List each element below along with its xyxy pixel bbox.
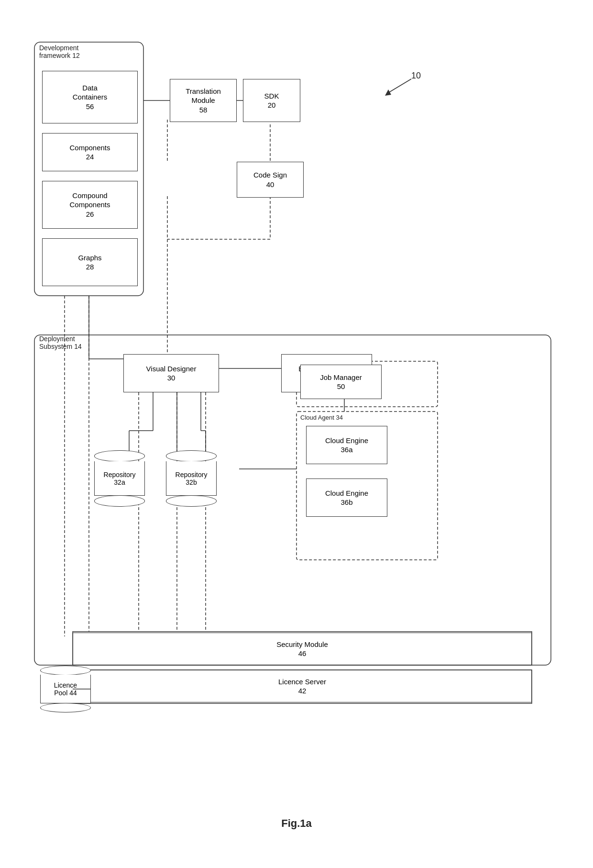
ref-10-arrow [378, 74, 421, 98]
security-module-box: Security Module 46 [73, 633, 532, 665]
visual-designer-label: Visual Designer 30 [146, 364, 197, 383]
licence-pool-label: Licence Pool 44 [54, 681, 77, 697]
repository-32b-label: Repository 32b [176, 471, 208, 486]
components-box: Components 24 [42, 133, 138, 171]
repository-32a-cylinder: Repository 32a [93, 450, 146, 507]
graphs-label: Graphs 28 [78, 253, 101, 272]
graphs-box: Graphs 28 [42, 238, 138, 286]
fig-label: Fig.1a [281, 817, 312, 830]
sdk-label: SDK 20 [264, 91, 279, 110]
deployment-subsystem-label: DeploymentSubsystem 14 [39, 335, 82, 350]
cloud-engine-36a-label: Cloud Engine 36a [325, 436, 368, 455]
compound-components-box: Compound Components 26 [42, 181, 138, 229]
repository-32b-cylinder: Repository 32b [165, 450, 218, 507]
compound-components-label: Compound Components 26 [69, 191, 110, 219]
sdk-box: SDK 20 [243, 79, 300, 122]
code-sign-box: Code Sign 40 [237, 162, 304, 198]
cloud-engine-36a-box: Cloud Engine 36a [306, 426, 387, 464]
diagram-lines [0, 0, 593, 868]
data-containers-label: Data Containers 56 [73, 83, 108, 111]
translation-module-box: Translation Module 58 [170, 79, 237, 122]
cloud-agent-label: Cloud Agent 34 [300, 414, 343, 421]
cloud-engine-36b-box: Cloud Engine 36b [306, 479, 387, 517]
code-sign-label: Code Sign 40 [253, 170, 287, 189]
licence-server-box: Licence Server 42 [73, 670, 532, 702]
job-manager-box: Job Manager 50 [300, 365, 382, 399]
svg-marker-33 [385, 89, 391, 96]
development-framework-label: Developmentframework 12 [39, 44, 80, 59]
svg-line-32 [387, 79, 411, 93]
visual-designer-box: Visual Designer 30 [123, 354, 219, 392]
repository-32a-label: Repository 32a [104, 471, 136, 486]
components-label: Components 24 [69, 143, 110, 162]
diagram: 10 Developmentframework 12 Data Containe… [0, 0, 593, 868]
cloud-engine-36b-label: Cloud Engine 36b [325, 489, 368, 507]
data-containers-box: Data Containers 56 [42, 71, 138, 123]
licence-server-label: Licence Server 42 [278, 677, 326, 696]
licence-pool-cylinder: Licence Pool 44 [39, 665, 92, 713]
licence-pool-connection-line [0, 0, 593, 868]
job-manager-label: Job Manager 50 [320, 373, 362, 391]
translation-module-label: Translation Module 58 [186, 87, 221, 115]
security-module-label: Security Module 46 [276, 640, 328, 658]
